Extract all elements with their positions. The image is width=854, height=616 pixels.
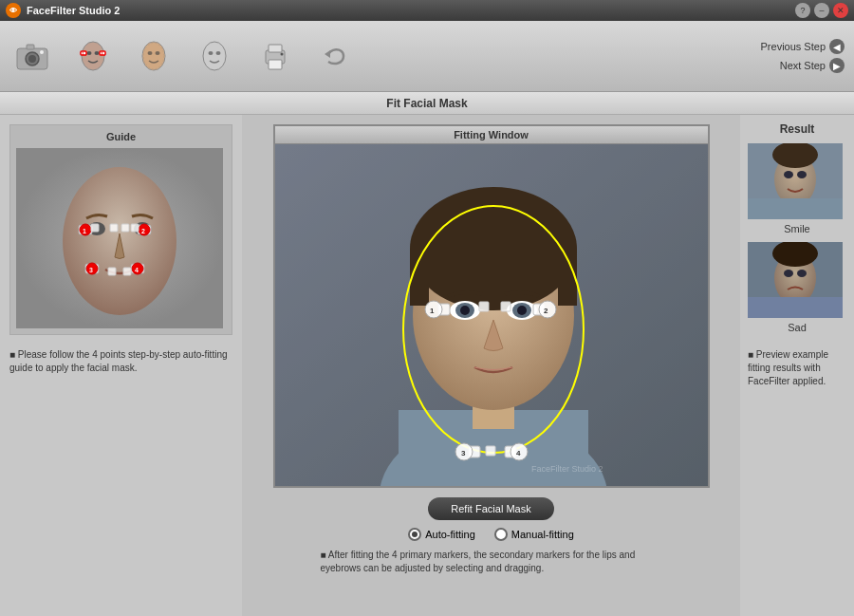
close-button[interactable]: ✕ xyxy=(833,3,848,18)
auto-fitting-radio[interactable] xyxy=(408,528,421,541)
svg-point-18 xyxy=(216,51,221,55)
next-step-label: Next Step xyxy=(780,60,826,71)
sad-preview-svg xyxy=(748,242,843,318)
titlebar-left: 👁 FaceFilter Studio 2 xyxy=(6,3,120,18)
svg-text:1: 1 xyxy=(83,228,86,234)
svg-rect-68 xyxy=(479,302,489,311)
print-icon[interactable] xyxy=(252,33,298,79)
manual-fitting-radio[interactable] xyxy=(494,528,508,541)
center-panel: Fitting Window xyxy=(242,115,740,616)
next-step-button[interactable]: Next Step ▶ xyxy=(780,58,845,73)
toolbar-icons: 1 2 xyxy=(9,33,761,79)
svg-text:2: 2 xyxy=(141,228,145,234)
camera-icon[interactable] xyxy=(9,33,55,79)
fitting-photo-svg: 1 2 3 xyxy=(275,144,708,486)
svg-text:1: 1 xyxy=(83,52,84,56)
smile-preview-svg xyxy=(748,143,843,219)
svg-point-6 xyxy=(87,51,92,55)
svg-point-81 xyxy=(784,171,793,178)
minimize-button[interactable]: – xyxy=(814,3,829,18)
svg-point-17 xyxy=(209,51,214,55)
svg-rect-44 xyxy=(108,268,116,275)
svg-rect-76 xyxy=(486,446,495,456)
toolbar-nav: Previous Step ◀ Next Step ▶ xyxy=(761,39,845,73)
svg-point-87 xyxy=(784,270,793,277)
titlebar: 👁 FaceFilter Studio 2 ? – ✕ xyxy=(0,0,854,21)
auto-fitting-label: Auto-fitting xyxy=(425,529,475,540)
svg-point-88 xyxy=(797,270,807,277)
prev-arrow-icon: ◀ xyxy=(829,39,845,54)
svg-rect-20 xyxy=(269,45,282,52)
result-sad-label: Sad xyxy=(748,322,846,333)
auto-fitting-option[interactable]: Auto-fitting xyxy=(408,528,475,541)
svg-rect-83 xyxy=(748,198,843,219)
svg-point-2 xyxy=(28,55,36,63)
svg-point-5 xyxy=(82,42,104,70)
main-content: Guide xyxy=(0,115,854,616)
svg-text:4: 4 xyxy=(135,267,139,273)
manual-fitting-label: Manual-fitting xyxy=(511,529,574,540)
guide-image: 1 2 3 4 xyxy=(16,148,223,328)
result-preview-smile[interactable] xyxy=(748,143,843,219)
svg-point-15 xyxy=(143,43,164,69)
fit-face-icon[interactable]: 1 2 xyxy=(70,33,116,79)
manual-fitting-option[interactable]: Manual-fitting xyxy=(494,528,574,541)
svg-rect-3 xyxy=(27,45,34,49)
titlebar-controls: ? – ✕ xyxy=(795,3,848,18)
svg-text:3: 3 xyxy=(89,267,93,273)
prev-step-label: Previous Step xyxy=(761,41,826,52)
toolbar: 1 2 xyxy=(0,21,854,92)
svg-rect-42 xyxy=(91,224,99,232)
result-smile-label: Smile xyxy=(748,223,846,234)
svg-rect-43 xyxy=(131,224,139,232)
section-title: Fit Facial Mask xyxy=(0,92,854,115)
fitting-window-title: Fitting Window xyxy=(275,126,708,144)
next-arrow-icon: ▶ xyxy=(829,58,845,73)
instructions-text: Please follow the 4 points step-by-step … xyxy=(9,345,232,379)
right-panel: Result Smile xyxy=(740,115,854,616)
face-preview-icon[interactable] xyxy=(192,33,237,79)
fitting-options: Auto-fitting Manual-fitting xyxy=(408,528,574,541)
help-button[interactable]: ? xyxy=(795,3,810,18)
prev-step-button[interactable]: Previous Step ◀ xyxy=(761,39,845,54)
svg-point-82 xyxy=(797,171,807,178)
guide-box: Guide xyxy=(9,124,232,335)
svg-rect-45 xyxy=(123,268,131,275)
app-icon: 👁 xyxy=(6,3,21,18)
fitting-window-content[interactable]: 1 2 3 xyxy=(275,144,708,486)
svg-rect-69 xyxy=(501,302,511,311)
fitting-window-box: Fitting Window xyxy=(273,124,710,488)
svg-rect-89 xyxy=(748,297,843,318)
svg-point-16 xyxy=(203,42,226,70)
guide-title: Guide xyxy=(16,131,226,142)
result-note: Preview example fitting results with Fac… xyxy=(748,348,846,388)
fitting-note: After fitting the 4 primary markers, the… xyxy=(321,549,662,575)
svg-text:2: 2 xyxy=(102,52,103,56)
result-title: Result xyxy=(748,122,846,136)
svg-point-22 xyxy=(281,53,284,56)
svg-point-7 xyxy=(95,51,100,55)
apply-mask-icon[interactable] xyxy=(131,33,176,79)
svg-point-60 xyxy=(517,306,527,315)
result-preview-sad[interactable] xyxy=(748,242,843,318)
svg-marker-23 xyxy=(325,50,330,58)
refit-facial-mask-button[interactable]: Refit Facial Mask xyxy=(428,497,553,520)
svg-text:3: 3 xyxy=(461,449,466,457)
svg-text:FaceFilter Studio 2: FaceFilter Studio 2 xyxy=(531,464,603,474)
svg-text:1: 1 xyxy=(430,307,435,315)
svg-point-4 xyxy=(40,50,44,54)
svg-rect-41 xyxy=(121,224,129,232)
svg-text:4: 4 xyxy=(516,449,521,457)
svg-point-59 xyxy=(460,306,470,315)
undo-icon[interactable] xyxy=(313,33,359,79)
svg-text:2: 2 xyxy=(544,307,548,315)
left-panel: Guide xyxy=(0,115,242,616)
svg-rect-21 xyxy=(269,60,282,69)
svg-rect-40 xyxy=(110,224,118,232)
guide-face-svg: 1 2 3 4 xyxy=(16,148,223,328)
app-title: FaceFilter Studio 2 xyxy=(27,5,120,16)
